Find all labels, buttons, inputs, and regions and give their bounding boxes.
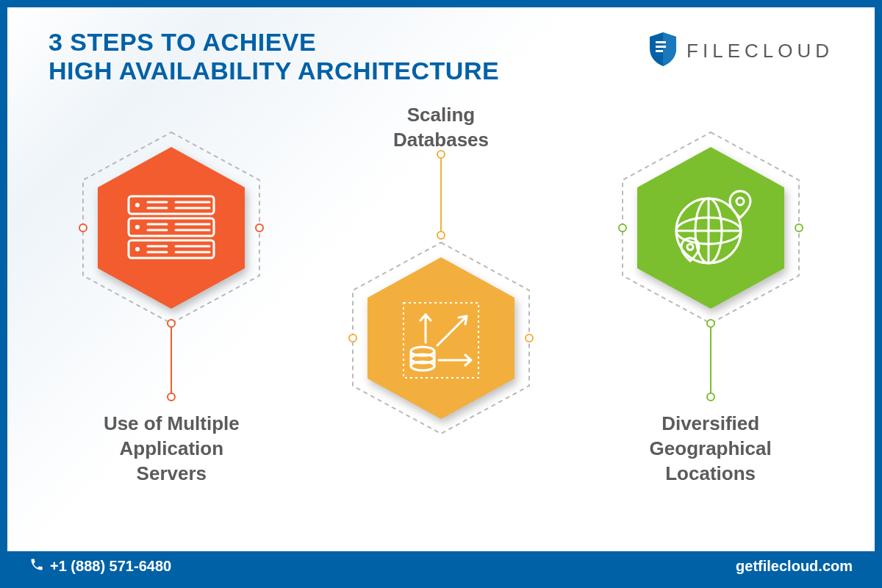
title-line-2: HIGH AVAILABILITY ARCHITECTURE [49,57,499,85]
svg-point-24 [256,224,263,232]
shield-icon [647,31,679,71]
svg-rect-1 [656,46,666,48]
svg-point-52 [707,393,714,401]
brand-name: FILECLOUD [686,40,833,62]
svg-rect-0 [656,41,666,43]
step-3-label: Diversified Geographical Locations [589,412,832,486]
brand-logo: FILECLOUD [647,31,833,71]
step-1: Use of Multiple Application Servers [50,110,293,470]
svg-point-51 [707,320,714,327]
infographic-frame: 3 STEPS TO ACHIEVE HIGH AVAILABILITY ARC… [0,0,882,588]
header: 3 STEPS TO ACHIEVE HIGH AVAILABILITY ARC… [7,7,875,85]
hex-wrap-3 [600,110,821,360]
step-3: Diversified Geographical Locations [589,110,832,470]
phone-number: +1 (888) 571-6480 [50,558,171,575]
svg-point-48 [619,224,626,232]
page-title: 3 STEPS TO ACHIEVE HIGH AVAILABILITY ARC… [49,28,499,85]
svg-point-26 [168,320,175,327]
svg-rect-2 [656,50,663,52]
hex-wrap-2 [331,220,551,470]
svg-point-38 [526,334,533,342]
step-1-label: Use of Multiple Application Servers [50,412,293,486]
title-line-1: 3 STEPS TO ACHIEVE [49,28,499,57]
footer-phone: +1 (888) 571-6480 [29,557,171,576]
steps-row: Use of Multiple Application Servers Scal… [7,110,875,470]
hex-wrap-1 [61,110,282,360]
svg-point-27 [168,393,175,401]
svg-point-49 [795,224,803,232]
step-2: Scaling Databases [320,110,562,470]
footer-bar: +1 (888) 571-6480 getfilecloud.com [7,551,875,581]
phone-icon [29,557,44,576]
hex-nodes-2 [331,220,551,470]
svg-point-23 [79,224,87,232]
svg-point-29 [437,151,445,158]
footer-site: getfilecloud.com [736,558,853,575]
svg-point-37 [349,334,356,342]
